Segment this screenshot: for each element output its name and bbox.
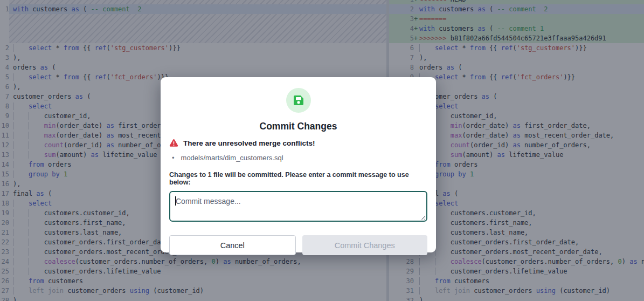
conflict-file-item: models/marts/dim_customers.sql (169, 154, 427, 162)
commit-changes-dialog: Commit Changes There are unresolved merg… (161, 77, 436, 252)
dbt-ide-diff-view: 1with customers as ( -- comment 22 selec… (0, 0, 644, 301)
commit-prompt-label: Changes to 1 file will be committed. Ple… (169, 171, 427, 186)
save-floppy-icon (286, 88, 311, 113)
commit-message-input[interactable] (169, 191, 427, 222)
alert-triangle-icon (169, 139, 178, 147)
cancel-button[interactable]: Cancel (169, 235, 296, 255)
commit-button[interactable]: Commit Changes (302, 235, 428, 255)
merge-conflict-warning: There are unresolved merge conflicts! (169, 139, 427, 147)
text-cursor (175, 196, 176, 206)
conflict-file-list: models/marts/dim_customers.sql (169, 154, 427, 162)
warning-text: There are unresolved merge conflicts! (183, 139, 315, 147)
dialog-title: Commit Changes (169, 121, 427, 132)
